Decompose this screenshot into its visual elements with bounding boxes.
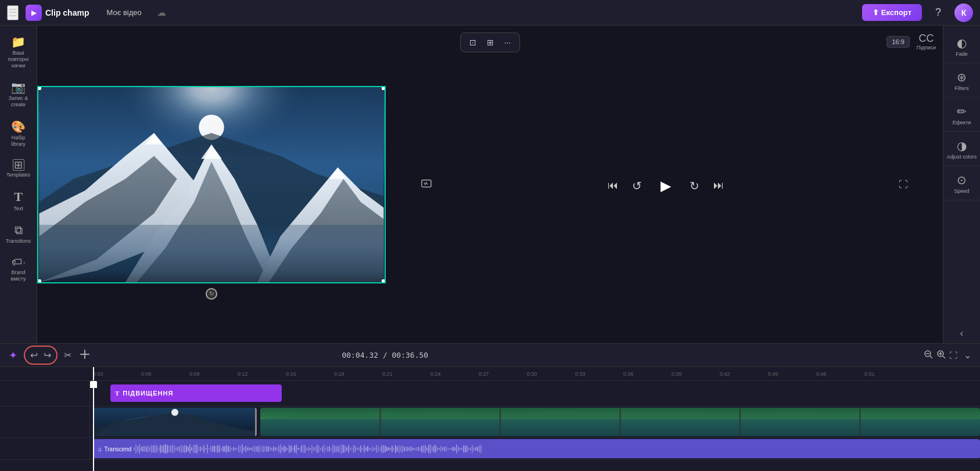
ruler-mark-2: 0:09	[189, 371, 238, 377]
video-clip-2[interactable]	[260, 408, 980, 436]
zoom-in-icon	[936, 350, 946, 359]
sidebar-item-record[interactable]: 📷 Запис & create	[2, 75, 35, 113]
fullscreen-button[interactable]: ⛶	[899, 179, 908, 190]
layout-button[interactable]: ⊞	[484, 36, 497, 49]
sidebar-record-label: Запис & create	[4, 95, 33, 108]
speed-icon: ⊙	[957, 173, 967, 187]
folder-icon: 📁	[11, 35, 26, 49]
add-clip-button[interactable]: ✦	[7, 347, 19, 364]
adjust-colors-label: Adjust colors	[947, 154, 977, 160]
svg-rect-14	[422, 180, 431, 187]
right-panel-filters[interactable]: ⊛ Filters	[943, 64, 980, 98]
video-clip-1[interactable]	[93, 408, 257, 436]
magic-button[interactable]	[78, 347, 92, 363]
video-track-area	[93, 408, 980, 436]
collapse-right-icon: ‹	[960, 328, 963, 339]
brand-icon: 🏷	[12, 256, 22, 268]
magic-icon	[80, 349, 90, 359]
timeline-toolbar: ✦ ↩ ↪ ✂ 00:04.32 / 00:36.50	[0, 344, 980, 367]
crop-button[interactable]: ⊡	[466, 36, 479, 49]
video-clip-1-thumbnail	[93, 408, 257, 436]
ruler-marks: 0:03 0:06 0:09 0:12 0:15 0:18 0:21 0:24 …	[93, 371, 980, 377]
sidebar-item-clips[interactable]: 📁 Ваші повторні начки	[2, 30, 35, 73]
sidebar-item-transitions[interactable]: ⧉ Transitions	[2, 219, 35, 249]
playback-controls: ⏮ ↺ ▶ ↻ ⏭	[432, 167, 899, 203]
left-sidebar: 📁 Ваші повторні начки 📷 Запис & create 🎨…	[0, 26, 37, 343]
right-sidebar-collapse[interactable]: ‹	[956, 323, 968, 343]
effects-label: Ефекти	[953, 120, 971, 125]
more-options-button[interactable]: ···	[501, 36, 514, 49]
right-panel-effects[interactable]: ✏ Ефекти	[943, 99, 980, 132]
playhead-line-ruler	[93, 367, 94, 380]
right-panel-fade[interactable]: ◐ Fade	[943, 30, 980, 63]
captions-button[interactable]: CC Підписи	[914, 30, 938, 53]
collapse-timeline-button[interactable]: ⌄	[962, 348, 973, 362]
library-icon: 🎨	[11, 120, 26, 134]
skip-to-end-button[interactable]: ⏭	[711, 177, 726, 194]
audio-track-label	[0, 438, 90, 459]
undo-button[interactable]: ↩	[28, 348, 40, 362]
main-area: 📁 Ваші повторні начки 📷 Запис & create 🎨…	[0, 26, 980, 343]
ai-icon	[421, 178, 432, 189]
video-track-row	[0, 407, 980, 438]
right-panel-speed[interactable]: ⊙ Speed	[943, 167, 980, 200]
ai-enhance-button[interactable]	[421, 178, 432, 192]
captions-icon: CC	[918, 33, 934, 45]
forward-button[interactable]: ↻	[687, 177, 702, 195]
resize-handle-tr[interactable]	[382, 86, 386, 90]
preview-area: ⊡ ⊞ ··· 16:9 CC Підписи	[37, 26, 943, 343]
sidebar-clips-label: Ваші повторні начки	[4, 50, 33, 69]
brand-name-label: Clip champ	[45, 8, 89, 17]
zoom-out-icon	[924, 350, 933, 359]
skip-to-start-button[interactable]: ⏮	[605, 177, 620, 194]
text-track-row: T ПІДВИЩЕННЯ	[0, 381, 980, 407]
ruler-mark-10: 0:33	[575, 371, 623, 377]
time-separator: /	[383, 351, 392, 359]
right-panel-adjust[interactable]: ◑ Adjust colors	[943, 133, 980, 166]
right-sidebar: ◐ Fade ⊛ Filters ✏ Ефекти ◑ Adjust color…	[943, 26, 980, 343]
menu-button[interactable]: ☰	[7, 5, 19, 20]
play-button[interactable]: ▶	[654, 174, 678, 198]
sidebar-item-library[interactable]: 🎨 Набір library	[2, 115, 35, 152]
sidebar-item-text[interactable]: T Text	[2, 185, 35, 217]
aspect-ratio-badge[interactable]: 16:9	[886, 36, 909, 48]
project-name[interactable]: Моє відео	[102, 6, 146, 19]
current-time: 00:04.32	[342, 351, 378, 359]
rotate-handle[interactable]: ↻	[206, 288, 217, 300]
help-button[interactable]: ?	[929, 3, 947, 22]
export-button[interactable]: ⬆ Експорт	[862, 4, 922, 21]
ruler-mark-8: 0:27	[479, 371, 527, 377]
clipchamp-logo-icon: ▶	[26, 5, 42, 21]
video-frame-container[interactable]: ↻	[37, 86, 386, 283]
sidebar-item-templates[interactable]: ⊞ Templates	[2, 154, 35, 183]
text-clip-icon: T	[115, 390, 119, 397]
zoom-out-button[interactable]	[924, 350, 933, 361]
topbar-left: ☰ ▶ Clip champ Моє відео ☁	[7, 5, 166, 21]
sidebar-transitions-label: Transitions	[6, 238, 31, 245]
text-clip[interactable]: T ПІДВИЩЕННЯ	[110, 384, 282, 402]
resize-handle-tl[interactable]	[37, 86, 41, 90]
center-panel: ⊡ ⊞ ··· 16:9 CC Підписи	[37, 26, 943, 343]
ruler-mark-16: 0:51	[864, 371, 913, 377]
brand-logo[interactable]: ▶ Clip champ	[26, 5, 89, 21]
audio-clip-label: Transcend	[105, 446, 132, 452]
audio-waveform: // Generate waveform bars inline (functi…	[134, 444, 975, 454]
sidebar-item-brand[interactable]: 🏷 › Brand вмісту	[2, 251, 35, 287]
audio-clip[interactable]: ♫ Transcend // Generate waveform bars in…	[93, 439, 980, 458]
redo-button[interactable]: ↪	[42, 348, 53, 362]
svg-rect-16	[84, 350, 85, 359]
resize-handle-br[interactable]	[382, 279, 386, 283]
user-avatar[interactable]: К	[954, 3, 973, 22]
expand-timeline-button[interactable]: ⛶	[949, 351, 957, 360]
svg-rect-10	[40, 225, 384, 282]
cut-button[interactable]: ✂	[62, 348, 73, 362]
filters-icon: ⊛	[957, 70, 967, 84]
zoom-in-button[interactable]	[936, 350, 946, 361]
adjust-colors-icon: ◑	[957, 139, 967, 153]
text-track-area: T ПІДВИЩЕННЯ	[93, 381, 980, 406]
mountain-scene-svg	[38, 87, 385, 282]
ruler-mark-1: 0:06	[141, 371, 189, 377]
ruler-mark-11: 0:36	[623, 371, 672, 377]
rewind-button[interactable]: ↺	[630, 177, 644, 195]
resize-handle-bl[interactable]	[37, 279, 41, 283]
